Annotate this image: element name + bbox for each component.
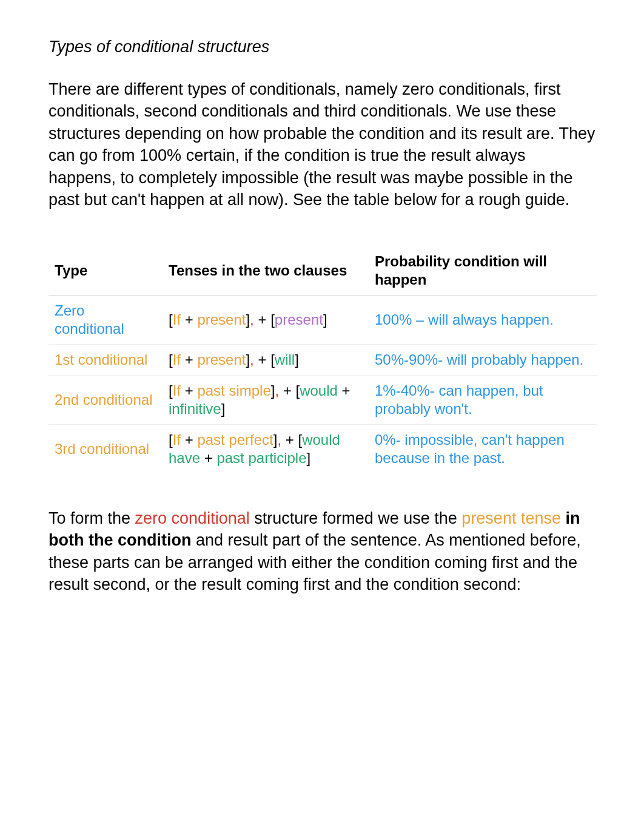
bracket: [ [169, 311, 173, 328]
bracket: ] [306, 450, 310, 466]
if-keyword: If [173, 431, 181, 448]
comma: , [250, 351, 258, 368]
plus-bracket: + [ [258, 351, 274, 368]
tense-present: present [197, 351, 246, 368]
text: To form the [49, 509, 135, 527]
cell-type: 1st conditional [49, 344, 163, 375]
table-header-row: Type Tenses in the two clauses Probabili… [49, 246, 597, 296]
document-page: Types of conditional structures There ar… [0, 0, 644, 733]
plus: + [181, 351, 197, 368]
tense-present: present [197, 311, 246, 328]
bracket: [ [169, 351, 173, 368]
plus-bracket: + [ [258, 311, 274, 328]
text: structure formed we use the [250, 509, 462, 527]
cell-prob: 0%- impossible, can't happen because in … [369, 424, 597, 473]
tense-infinitive: infinitive [169, 401, 221, 417]
bracket: ] [221, 401, 226, 417]
tense-past-simple: past simple [197, 382, 270, 399]
section-heading: Types of conditional structures [49, 38, 597, 56]
comma: , [275, 382, 283, 399]
plus-bracket: + [ [283, 382, 300, 399]
cell-tenses: [If + past perfect], + [would have + pas… [163, 424, 369, 473]
table-row: 2nd conditional [If + past simple], + [w… [49, 375, 597, 424]
tense-present: present [275, 311, 323, 328]
cell-prob: 100% – will always happen. [369, 295, 597, 344]
table-row: Zero conditional [If + present], + [pres… [49, 295, 597, 344]
cell-prob: 1%-40%- can happen, but probably won't. [369, 375, 597, 424]
plus: + [181, 311, 197, 328]
plus: + [181, 382, 197, 399]
present-tense-term: present tense [461, 509, 561, 527]
comma: , [277, 431, 285, 448]
cell-type: Zero conditional [49, 295, 163, 344]
col-header-prob: Probability condition will happen [369, 246, 597, 296]
col-header-tenses: Tenses in the two clauses [163, 246, 369, 296]
cell-tenses: [If + present], + [will] [163, 344, 369, 375]
intro-paragraph: There are different types of conditional… [49, 78, 597, 211]
cell-type: 2nd conditional [49, 375, 163, 424]
outro-paragraph: To form the zero conditional structure f… [49, 507, 597, 596]
if-keyword: If [173, 311, 181, 328]
tense-will: will [275, 351, 295, 368]
tense-would: would [300, 382, 338, 399]
conditionals-table: Type Tenses in the two clauses Probabili… [49, 246, 597, 473]
plus: + [338, 382, 351, 399]
plus-bracket: + [ [286, 431, 302, 448]
col-header-type: Type [49, 246, 163, 296]
bracket: [ [169, 431, 173, 448]
cell-prob: 50%-90%- will probably happen. [369, 344, 597, 375]
plus: + [181, 431, 197, 448]
tense-past-participle: past participle [216, 450, 306, 466]
bracket: ] [295, 351, 299, 368]
if-keyword: If [173, 382, 181, 399]
if-keyword: If [173, 351, 181, 368]
bracket: ] [323, 311, 327, 328]
cell-type: 3rd conditional [49, 424, 163, 473]
table-row: 1st conditional [If + present], + [will]… [49, 344, 597, 375]
table-row: 3rd conditional [If + past perfect], + [… [49, 424, 597, 473]
cell-tenses: [If + present], + [present] [163, 295, 369, 344]
bracket: [ [169, 382, 173, 399]
cell-tenses: [If + past simple], + [would + infinitiv… [163, 375, 369, 424]
zero-conditional-term: zero conditional [135, 509, 250, 527]
comma: , [250, 311, 258, 328]
tense-past-perfect: past perfect [197, 431, 273, 448]
plus: + [200, 450, 216, 466]
